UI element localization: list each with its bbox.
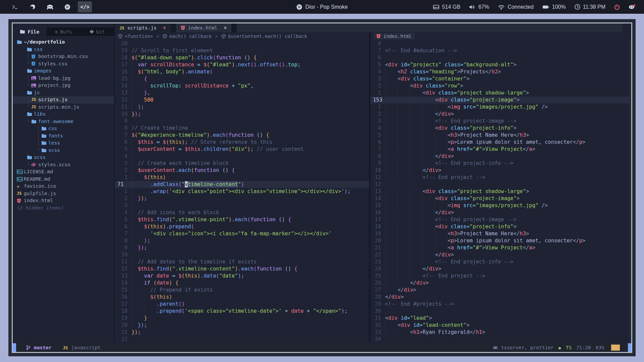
code-line[interactable]: 7 <a href="#">View Project</a> [370, 146, 631, 153]
breadcrumb-segment[interactable]: each() callback [163, 34, 212, 39]
code-line[interactable]: 1 <div class="project shadow-large"> [370, 89, 631, 97]
tray-clock[interactable]: 11:38 PM [575, 4, 605, 10]
tree-item-font-awesome[interactable]: └font-awesome [13, 118, 114, 125]
workspace-discord-button[interactable] [43, 1, 57, 12]
code-line[interactable]: 30 [370, 308, 631, 315]
tree-item-gulpfile.js[interactable]: JSgulpfile.js [13, 190, 114, 197]
code-line[interactable]: 8 </div> [370, 153, 631, 160]
breadcrumb-segment[interactable]: $userContent.each() callback [221, 34, 307, 39]
code-line[interactable]: 12 500 [115, 97, 369, 104]
code-line[interactable]: 1 .wrap('<div class="point"><div class="… [115, 188, 369, 195]
code-line[interactable]: 19 } [115, 315, 369, 322]
code-line[interactable]: 6 $this = $(this); // Store reference to… [115, 139, 369, 146]
tree-item-scss[interactable]: scss [13, 154, 114, 161]
code-line[interactable]: 5<div id="projects" class="background-al… [370, 61, 631, 68]
code-line[interactable]: 27 </div> [370, 287, 631, 294]
code-line[interactable]: 21 <a href="#">View Project</a> [370, 244, 631, 251]
code-line[interactable]: 13 var date = $(this).data("date"); [115, 273, 369, 280]
code-line[interactable]: 11 // Add dates to the timeline if exist… [115, 258, 369, 265]
code-line[interactable]: 7 '<div class="icon"><i class="fa fa-map… [115, 230, 369, 237]
tray-discord-dot[interactable] [629, 4, 635, 10]
code-line[interactable]: 8 ); [115, 237, 369, 244]
tray-battery[interactable]: 100% [542, 4, 566, 10]
code-line[interactable]: 2 }); [115, 195, 369, 202]
code-line[interactable]: 19 <h3>Project Name Here</h3> [370, 230, 631, 237]
tree-item-README.md[interactable]: README.md [13, 176, 114, 183]
code-line[interactable]: 18$("#lead-down span").click(function ()… [115, 54, 369, 61]
code-line[interactable]: 10 </div> [370, 167, 631, 174]
code-line[interactable]: 10}); [115, 111, 369, 118]
git-branch-label[interactable]: master [34, 345, 51, 350]
code-line[interactable]: 9 }); [115, 244, 369, 251]
tree-item-css[interactable]: css [13, 46, 114, 53]
tree-item-project.jpg[interactable]: └project.jpg [13, 82, 114, 89]
code-line[interactable]: 17 var scrollDistance = $("#lead").next(… [115, 61, 369, 68]
code-line[interactable]: 31<div id="lead"> [370, 315, 631, 322]
code-line[interactable]: 1 $(this) [115, 174, 369, 181]
code-line[interactable]: 20 }); [115, 322, 369, 329]
code-line[interactable]: 6 [370, 54, 631, 61]
code-line[interactable]: 4 // Add icons to each block [115, 209, 369, 216]
tree-item-2hiddenitems[interactable]: (2 hidden items) [13, 204, 114, 212]
tab-scripts.js[interactable]: JSscripts.js× [115, 23, 171, 32]
editor-pane-scripts-js[interactable]: <function>>each() callback>$userContent.… [115, 32, 369, 343]
tree-item-css[interactable]: │css [13, 125, 114, 132]
code-line[interactable]: 3 // Create each timeline block [115, 160, 369, 167]
code-line[interactable]: 14 scrollTop: scrollDistance + "px", [115, 82, 369, 89]
code-line[interactable]: 1 <img src="images/project.jpg" /> [370, 104, 631, 111]
tab-index.html[interactable]: 5index.html× [176, 23, 231, 32]
code-line[interactable]: 5 $this.find(".vtimeline-point").each(fu… [115, 216, 369, 223]
explorer-tab-file[interactable]: File [13, 27, 47, 36]
code-line[interactable]: 5 $userContent = $this.children("div"); … [115, 146, 369, 153]
code-line[interactable]: 8 [370, 40, 631, 47]
code-line[interactable]: 10 [115, 251, 369, 258]
tree-item-less[interactable]: │less [13, 139, 114, 147]
code-line[interactable]: 16 $("html, body").animate( [115, 68, 369, 75]
code-line[interactable]: 20 <p>Lorem ipsum dolor sit amet, consec… [370, 237, 631, 244]
code-line[interactable]: 6 <p>Lorem ipsum dolor sit amet, consect… [370, 139, 631, 146]
tray-disk[interactable]: 514 GB [433, 4, 460, 10]
code-line[interactable]: 4 <h2 class="heading">Projects</h2> [370, 68, 631, 75]
now-playing[interactable]: Dior - Pop Smoke [296, 0, 347, 14]
code-line[interactable]: 13 <div class="project shadow-large"> [370, 188, 631, 195]
code-line[interactable]: 28</div> [370, 294, 631, 301]
tree-item-lead-bg.jpg[interactable]: │lead-bg.jpg [13, 75, 114, 82]
code-line[interactable]: 32 <div id="lead-content"> [370, 322, 631, 329]
tree-item-scripts.min.js[interactable]: └JSscripts.min.js [13, 104, 114, 111]
code-line[interactable]: 4 [115, 153, 369, 160]
tree-item-scss[interactable]: └scss [13, 147, 114, 154]
code-line[interactable]: 21}); [115, 329, 369, 336]
code-line[interactable]: 15 // Prepend if exists [115, 287, 369, 294]
code-line[interactable]: 24 </div> [370, 265, 631, 273]
code-line-current[interactable]: 153 <div class="project-image"> [370, 97, 631, 104]
tray-wifi[interactable]: Connected [498, 4, 533, 10]
explorer-tab-git[interactable]: Git [80, 27, 114, 36]
code-line-current[interactable]: 71 .addClass("vtimeline-content") [115, 181, 369, 188]
tray-volume[interactable]: 67% [469, 4, 489, 10]
code-line[interactable]: 2 <div class="row"> [370, 82, 631, 89]
code-line[interactable]: 6 $(this).prepend( [115, 223, 369, 230]
code-line[interactable]: 15 <img src="images/project.jpg" /> [370, 202, 631, 209]
code-line[interactable]: 23 <!-- End project-info --> [370, 258, 631, 265]
code-line[interactable]: 13 }, [115, 89, 369, 97]
code-line[interactable]: 14 if (date) { [115, 280, 369, 287]
code-line[interactable]: 11 ); [115, 104, 369, 111]
workspace-terminal-button[interactable] [8, 1, 22, 12]
code-line[interactable]: 11 <!-- End project --> [370, 174, 631, 181]
code-line[interactable]: 9 <!-- End project-info --> [370, 160, 631, 167]
scrollbar[interactable] [630, 40, 631, 343]
close-icon[interactable]: × [163, 25, 166, 31]
workspace-moon-button[interactable] [25, 1, 40, 12]
code-line[interactable]: 17 <!-- End project-image --> [370, 216, 631, 223]
code-line[interactable]: 3 <div class="container"> [370, 75, 631, 82]
code-line[interactable]: 19// Scroll to first element [115, 47, 369, 54]
code-line[interactable]: 5 <h3>Project Name Here</h3> [370, 132, 631, 139]
code-line[interactable]: 20 [115, 40, 369, 47]
code-line[interactable]: 2 </div> [370, 111, 631, 118]
close-icon[interactable]: × [224, 25, 227, 31]
code-line[interactable]: 16 $(this) [115, 294, 369, 301]
workspace-code-button[interactable]: </> [78, 1, 92, 12]
editor-pane-index-html[interactable]: 5 index.html 87<!-- End #education -->65… [370, 32, 631, 343]
code-line[interactable]: 22 </div> [370, 251, 631, 258]
code-area-scripts-js[interactable]: 2019// Scroll to first element18$("#lead… [115, 40, 369, 343]
